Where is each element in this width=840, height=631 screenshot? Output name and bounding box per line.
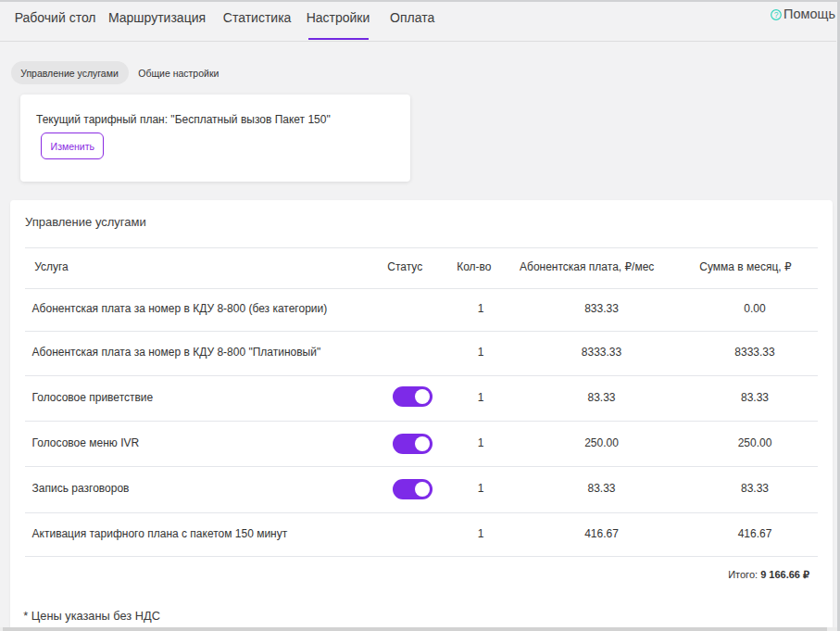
- svg-text:?: ?: [774, 10, 779, 19]
